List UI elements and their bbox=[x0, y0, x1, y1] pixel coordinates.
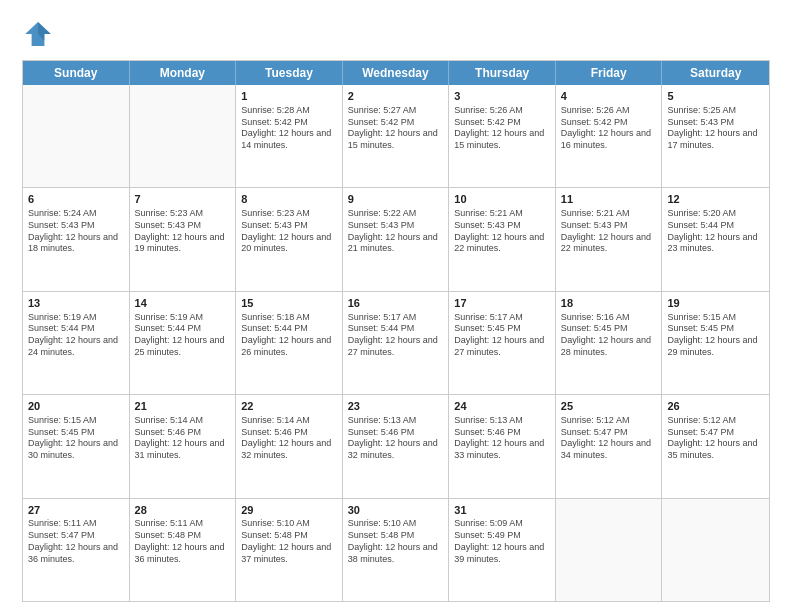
calendar-cell: 31Sunrise: 5:09 AM Sunset: 5:49 PM Dayli… bbox=[449, 499, 556, 601]
cell-info: Sunrise: 5:10 AM Sunset: 5:48 PM Dayligh… bbox=[348, 518, 444, 565]
cell-info: Sunrise: 5:16 AM Sunset: 5:45 PM Dayligh… bbox=[561, 312, 657, 359]
cell-info: Sunrise: 5:22 AM Sunset: 5:43 PM Dayligh… bbox=[348, 208, 444, 255]
day-number: 29 bbox=[241, 503, 337, 518]
cell-info: Sunrise: 5:14 AM Sunset: 5:46 PM Dayligh… bbox=[135, 415, 231, 462]
day-number: 28 bbox=[135, 503, 231, 518]
cell-info: Sunrise: 5:13 AM Sunset: 5:46 PM Dayligh… bbox=[454, 415, 550, 462]
cell-info: Sunrise: 5:18 AM Sunset: 5:44 PM Dayligh… bbox=[241, 312, 337, 359]
calendar-cell: 4Sunrise: 5:26 AM Sunset: 5:42 PM Daylig… bbox=[556, 85, 663, 187]
cell-info: Sunrise: 5:17 AM Sunset: 5:44 PM Dayligh… bbox=[348, 312, 444, 359]
calendar-header-row: SundayMondayTuesdayWednesdayThursdayFrid… bbox=[23, 61, 769, 85]
logo bbox=[22, 18, 58, 50]
cell-info: Sunrise: 5:11 AM Sunset: 5:47 PM Dayligh… bbox=[28, 518, 124, 565]
cell-info: Sunrise: 5:13 AM Sunset: 5:46 PM Dayligh… bbox=[348, 415, 444, 462]
calendar-cell: 24Sunrise: 5:13 AM Sunset: 5:46 PM Dayli… bbox=[449, 395, 556, 497]
day-number: 1 bbox=[241, 89, 337, 104]
day-number: 14 bbox=[135, 296, 231, 311]
page: SundayMondayTuesdayWednesdayThursdayFrid… bbox=[0, 0, 792, 612]
day-number: 31 bbox=[454, 503, 550, 518]
cell-info: Sunrise: 5:28 AM Sunset: 5:42 PM Dayligh… bbox=[241, 105, 337, 152]
calendar-cell: 16Sunrise: 5:17 AM Sunset: 5:44 PM Dayli… bbox=[343, 292, 450, 394]
day-number: 24 bbox=[454, 399, 550, 414]
calendar-cell: 15Sunrise: 5:18 AM Sunset: 5:44 PM Dayli… bbox=[236, 292, 343, 394]
day-number: 16 bbox=[348, 296, 444, 311]
calendar-cell: 18Sunrise: 5:16 AM Sunset: 5:45 PM Dayli… bbox=[556, 292, 663, 394]
calendar-cell: 17Sunrise: 5:17 AM Sunset: 5:45 PM Dayli… bbox=[449, 292, 556, 394]
calendar-cell: 3Sunrise: 5:26 AM Sunset: 5:42 PM Daylig… bbox=[449, 85, 556, 187]
day-header-saturday: Saturday bbox=[662, 61, 769, 85]
calendar-cell: 2Sunrise: 5:27 AM Sunset: 5:42 PM Daylig… bbox=[343, 85, 450, 187]
cell-info: Sunrise: 5:17 AM Sunset: 5:45 PM Dayligh… bbox=[454, 312, 550, 359]
day-number: 10 bbox=[454, 192, 550, 207]
day-header-wednesday: Wednesday bbox=[343, 61, 450, 85]
calendar-cell: 5Sunrise: 5:25 AM Sunset: 5:43 PM Daylig… bbox=[662, 85, 769, 187]
calendar-cell: 28Sunrise: 5:11 AM Sunset: 5:48 PM Dayli… bbox=[130, 499, 237, 601]
calendar-cell: 6Sunrise: 5:24 AM Sunset: 5:43 PM Daylig… bbox=[23, 188, 130, 290]
calendar-cell: 26Sunrise: 5:12 AM Sunset: 5:47 PM Dayli… bbox=[662, 395, 769, 497]
day-number: 12 bbox=[667, 192, 764, 207]
day-number: 4 bbox=[561, 89, 657, 104]
day-number: 3 bbox=[454, 89, 550, 104]
day-header-monday: Monday bbox=[130, 61, 237, 85]
calendar-cell: 12Sunrise: 5:20 AM Sunset: 5:44 PM Dayli… bbox=[662, 188, 769, 290]
calendar-week-1: 1Sunrise: 5:28 AM Sunset: 5:42 PM Daylig… bbox=[23, 85, 769, 187]
cell-info: Sunrise: 5:19 AM Sunset: 5:44 PM Dayligh… bbox=[28, 312, 124, 359]
calendar-cell bbox=[556, 499, 663, 601]
calendar-week-3: 13Sunrise: 5:19 AM Sunset: 5:44 PM Dayli… bbox=[23, 291, 769, 394]
cell-info: Sunrise: 5:20 AM Sunset: 5:44 PM Dayligh… bbox=[667, 208, 764, 255]
cell-info: Sunrise: 5:24 AM Sunset: 5:43 PM Dayligh… bbox=[28, 208, 124, 255]
cell-info: Sunrise: 5:25 AM Sunset: 5:43 PM Dayligh… bbox=[667, 105, 764, 152]
logo-icon bbox=[22, 18, 54, 50]
calendar-cell: 9Sunrise: 5:22 AM Sunset: 5:43 PM Daylig… bbox=[343, 188, 450, 290]
calendar-cell: 25Sunrise: 5:12 AM Sunset: 5:47 PM Dayli… bbox=[556, 395, 663, 497]
cell-info: Sunrise: 5:23 AM Sunset: 5:43 PM Dayligh… bbox=[135, 208, 231, 255]
cell-info: Sunrise: 5:15 AM Sunset: 5:45 PM Dayligh… bbox=[667, 312, 764, 359]
calendar-cell bbox=[23, 85, 130, 187]
day-number: 2 bbox=[348, 89, 444, 104]
cell-info: Sunrise: 5:23 AM Sunset: 5:43 PM Dayligh… bbox=[241, 208, 337, 255]
day-number: 11 bbox=[561, 192, 657, 207]
day-number: 26 bbox=[667, 399, 764, 414]
calendar-cell: 1Sunrise: 5:28 AM Sunset: 5:42 PM Daylig… bbox=[236, 85, 343, 187]
day-number: 8 bbox=[241, 192, 337, 207]
day-number: 23 bbox=[348, 399, 444, 414]
cell-info: Sunrise: 5:11 AM Sunset: 5:48 PM Dayligh… bbox=[135, 518, 231, 565]
calendar-cell: 10Sunrise: 5:21 AM Sunset: 5:43 PM Dayli… bbox=[449, 188, 556, 290]
header bbox=[22, 18, 770, 50]
cell-info: Sunrise: 5:15 AM Sunset: 5:45 PM Dayligh… bbox=[28, 415, 124, 462]
cell-info: Sunrise: 5:21 AM Sunset: 5:43 PM Dayligh… bbox=[454, 208, 550, 255]
calendar-week-4: 20Sunrise: 5:15 AM Sunset: 5:45 PM Dayli… bbox=[23, 394, 769, 497]
day-number: 7 bbox=[135, 192, 231, 207]
day-number: 30 bbox=[348, 503, 444, 518]
day-number: 18 bbox=[561, 296, 657, 311]
day-number: 20 bbox=[28, 399, 124, 414]
calendar: SundayMondayTuesdayWednesdayThursdayFrid… bbox=[22, 60, 770, 602]
calendar-cell: 19Sunrise: 5:15 AM Sunset: 5:45 PM Dayli… bbox=[662, 292, 769, 394]
cell-info: Sunrise: 5:21 AM Sunset: 5:43 PM Dayligh… bbox=[561, 208, 657, 255]
day-header-tuesday: Tuesday bbox=[236, 61, 343, 85]
calendar-cell: 22Sunrise: 5:14 AM Sunset: 5:46 PM Dayli… bbox=[236, 395, 343, 497]
day-number: 19 bbox=[667, 296, 764, 311]
day-number: 27 bbox=[28, 503, 124, 518]
cell-info: Sunrise: 5:26 AM Sunset: 5:42 PM Dayligh… bbox=[454, 105, 550, 152]
calendar-cell: 29Sunrise: 5:10 AM Sunset: 5:48 PM Dayli… bbox=[236, 499, 343, 601]
day-number: 15 bbox=[241, 296, 337, 311]
calendar-cell: 30Sunrise: 5:10 AM Sunset: 5:48 PM Dayli… bbox=[343, 499, 450, 601]
calendar-cell: 27Sunrise: 5:11 AM Sunset: 5:47 PM Dayli… bbox=[23, 499, 130, 601]
calendar-cell: 20Sunrise: 5:15 AM Sunset: 5:45 PM Dayli… bbox=[23, 395, 130, 497]
cell-info: Sunrise: 5:10 AM Sunset: 5:48 PM Dayligh… bbox=[241, 518, 337, 565]
calendar-cell: 21Sunrise: 5:14 AM Sunset: 5:46 PM Dayli… bbox=[130, 395, 237, 497]
calendar-cell: 11Sunrise: 5:21 AM Sunset: 5:43 PM Dayli… bbox=[556, 188, 663, 290]
cell-info: Sunrise: 5:12 AM Sunset: 5:47 PM Dayligh… bbox=[667, 415, 764, 462]
calendar-week-2: 6Sunrise: 5:24 AM Sunset: 5:43 PM Daylig… bbox=[23, 187, 769, 290]
day-number: 5 bbox=[667, 89, 764, 104]
day-number: 21 bbox=[135, 399, 231, 414]
day-header-sunday: Sunday bbox=[23, 61, 130, 85]
day-number: 25 bbox=[561, 399, 657, 414]
calendar-cell: 23Sunrise: 5:13 AM Sunset: 5:46 PM Dayli… bbox=[343, 395, 450, 497]
calendar-cell bbox=[130, 85, 237, 187]
cell-info: Sunrise: 5:27 AM Sunset: 5:42 PM Dayligh… bbox=[348, 105, 444, 152]
calendar-week-5: 27Sunrise: 5:11 AM Sunset: 5:47 PM Dayli… bbox=[23, 498, 769, 601]
day-header-friday: Friday bbox=[556, 61, 663, 85]
day-number: 9 bbox=[348, 192, 444, 207]
